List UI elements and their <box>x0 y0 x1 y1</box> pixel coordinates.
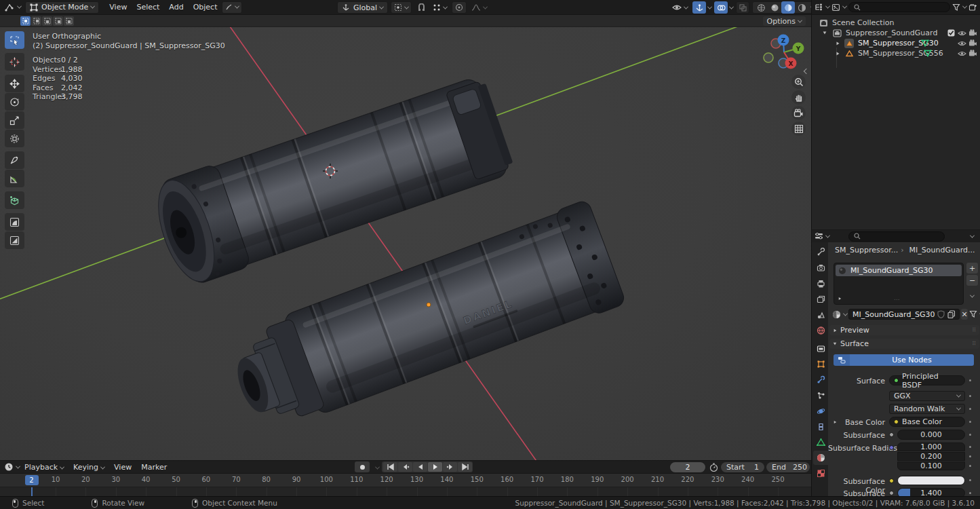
shading-material-button[interactable] <box>781 1 795 14</box>
menu-add[interactable]: Add <box>164 0 188 15</box>
slot-specials-menu[interactable] <box>966 291 978 301</box>
fake-user-shield-icon[interactable] <box>937 310 945 318</box>
jump-start-button[interactable] <box>383 462 397 472</box>
add-slot-button[interactable]: + <box>966 263 978 274</box>
subsurface-color-swatch[interactable] <box>897 476 965 485</box>
axis-neg-y-ball[interactable] <box>764 53 773 62</box>
properties-editor-selector[interactable] <box>815 230 829 242</box>
auto-keying-dropdown[interactable] <box>375 465 380 470</box>
timeline-ruler[interactable]: 1020304050607080901001101201301401501601… <box>0 474 811 487</box>
show-overlays-toggle[interactable] <box>714 1 728 14</box>
select-box-tool-button[interactable] <box>5 31 24 49</box>
camera-view-button[interactable] <box>791 106 806 120</box>
zoom-view-button[interactable] <box>791 75 806 89</box>
radius-z-field[interactable]: 0.100 <box>897 461 965 470</box>
toggle-perspective-button[interactable] <box>791 121 806 136</box>
menu-object[interactable]: Object <box>189 0 222 15</box>
navigation-gizmo[interactable]: Z Y X <box>760 29 808 76</box>
frame-start-field[interactable]: Start1 <box>721 462 764 472</box>
slot-list-expand[interactable] <box>839 297 842 300</box>
transform-orientation-dropdown[interactable]: Global <box>337 1 388 14</box>
select-mode-intersect[interactable] <box>64 16 74 26</box>
properties-tab-view-layer[interactable] <box>813 292 828 306</box>
panel-preview[interactable]: Preview⠿ <box>829 325 979 335</box>
current-frame-field[interactable]: 2 <box>670 462 705 472</box>
distribution-dropdown[interactable]: GGX <box>889 391 965 401</box>
shading-wireframe-button[interactable] <box>754 1 768 14</box>
timeline-editor-selector[interactable] <box>4 461 20 473</box>
annotate-tool-button[interactable] <box>5 151 24 169</box>
jump-end-button[interactable] <box>458 462 472 472</box>
properties-tab-scene[interactable] <box>813 307 828 322</box>
menu-view[interactable]: View <box>109 461 136 474</box>
properties-tab-render[interactable] <box>813 261 828 275</box>
properties-tab-tool[interactable] <box>813 245 828 259</box>
collection-checkbox[interactable] <box>946 29 956 38</box>
properties-tab-collection[interactable] <box>813 341 828 356</box>
proportional-falloff-dropdown[interactable] <box>469 1 489 14</box>
extra-tool-corner-button[interactable] <box>5 231 24 249</box>
next-keyframe-button[interactable] <box>443 462 457 472</box>
move-tool-button[interactable] <box>5 75 24 92</box>
properties-tab-output[interactable] <box>813 276 828 290</box>
add-cube-tool-button[interactable] <box>5 191 24 209</box>
material-slot-item[interactable]: MI_SoundGuard_SG30 <box>836 265 962 276</box>
snap-toggle[interactable] <box>414 1 428 14</box>
material-filter-dropdown[interactable] <box>969 308 980 320</box>
playhead-line[interactable] <box>31 487 33 497</box>
select-mode-subtract[interactable] <box>42 16 52 26</box>
hide-eye-icon[interactable] <box>957 39 966 48</box>
material-slot-list[interactable]: MI_SoundGuard_SG30 ⋯ <box>834 263 964 305</box>
properties-tab-constraints[interactable] <box>813 419 828 434</box>
remove-slot-button[interactable]: − <box>966 275 978 286</box>
expand-arrow-icon[interactable] <box>837 52 840 55</box>
hide-eye-icon[interactable] <box>957 49 966 58</box>
pivot-point-dropdown[interactable] <box>391 1 412 14</box>
radius-x-field[interactable]: 1.000 <box>897 442 965 451</box>
properties-tab-texture[interactable] <box>813 466 828 480</box>
copy-datablock-icon[interactable] <box>947 310 956 318</box>
breadcrumb-object[interactable]: SM_Suppressor... <box>835 246 898 254</box>
subsurface-method-dropdown[interactable]: Random Walk <box>889 404 965 414</box>
auto-keying-toggle[interactable] <box>355 461 370 472</box>
cursor-tool-button[interactable] <box>5 53 24 71</box>
scale-tool-button[interactable] <box>5 111 24 129</box>
properties-tab-physics[interactable] <box>813 404 828 418</box>
browse-material-dropdown[interactable] <box>832 308 847 320</box>
menu-select[interactable]: Select <box>132 0 164 15</box>
editor-type-selector[interactable] <box>4 1 21 14</box>
viewport-canvas[interactable]: DANIEL <box>0 27 811 460</box>
surface-shader-field[interactable]: Principled BSDF <box>889 375 965 385</box>
menu-keying[interactable]: Keying <box>68 461 109 474</box>
shading-rendered-button[interactable] <box>795 1 808 14</box>
outliner-search-input[interactable] <box>848 2 950 12</box>
timeline-tracks[interactable] <box>0 487 811 497</box>
expand-arrow-icon[interactable] <box>837 41 840 45</box>
menu-marker[interactable]: Marker <box>136 461 172 474</box>
outliner-row-object-sg556[interactable]: SM_Suppressor_SG556 <box>812 48 980 58</box>
menu-view[interactable]: View <box>104 0 132 15</box>
stopwatch-icon[interactable] <box>709 463 718 472</box>
base-color-field[interactable]: Base Color <box>889 417 965 427</box>
mode-dropdown[interactable]: Object Mode <box>25 1 99 14</box>
mode-options-dropdown[interactable] <box>222 1 242 14</box>
outliner-filter-dropdown[interactable] <box>952 1 966 14</box>
extra-tool-arc-button[interactable] <box>5 213 24 231</box>
play-reverse-button[interactable] <box>413 462 427 472</box>
select-mode-new[interactable] <box>20 16 31 26</box>
hide-eye-icon[interactable] <box>957 29 966 38</box>
menu-playback[interactable]: Playback <box>20 461 68 474</box>
breadcrumb-material[interactable]: MI_SoundGuard... <box>909 246 975 254</box>
object-visibility-dropdown[interactable] <box>670 1 690 14</box>
collapse-arrow-icon[interactable] <box>823 32 827 35</box>
material-name-field[interactable]: MI_SoundGuard_SG30 <box>852 310 935 319</box>
properties-tab-object[interactable] <box>813 357 828 371</box>
new-collection-button[interactable] <box>968 1 977 14</box>
properties-tab-material[interactable] <box>813 451 828 465</box>
outliner-editor-selector[interactable] <box>815 1 829 14</box>
xray-toggle[interactable] <box>736 1 749 14</box>
disable-render-camera-icon[interactable] <box>968 29 977 38</box>
shading-solid-button[interactable] <box>768 1 781 14</box>
transform-tool-button[interactable] <box>5 130 24 147</box>
radius-y-field[interactable]: 0.200 <box>897 452 965 461</box>
